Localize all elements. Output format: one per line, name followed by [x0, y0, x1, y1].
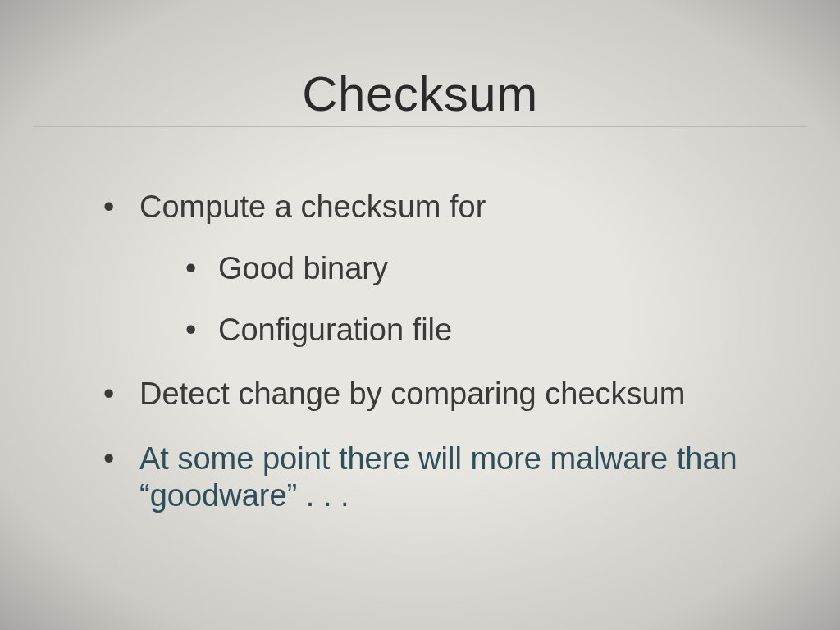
sub-bullet-text: Good binary [218, 251, 388, 285]
bullet-item: Compute a checksum for Good binary Confi… [98, 189, 783, 348]
sub-bullet-item: Configuration file [180, 312, 783, 349]
slide-title: Checksum [0, 66, 840, 122]
bullet-item: Detect change by comparing checksum [98, 376, 783, 413]
slide: Checksum Compute a checksum for Good bin… [0, 0, 840, 630]
title-divider [33, 126, 807, 127]
bullet-item: At some point there will more malware th… [98, 441, 783, 514]
bullet-list: Compute a checksum for Good binary Confi… [98, 189, 783, 514]
sub-bullet-item: Good binary [180, 250, 783, 287]
slide-body: Compute a checksum for Good binary Confi… [98, 189, 783, 542]
bullet-text: At some point there will more malware th… [139, 441, 737, 513]
sub-bullet-list: Good binary Configuration file [139, 250, 783, 349]
sub-bullet-text: Configuration file [218, 313, 452, 347]
bullet-text: Detect change by comparing checksum [139, 377, 685, 411]
bullet-text: Compute a checksum for [139, 189, 486, 224]
